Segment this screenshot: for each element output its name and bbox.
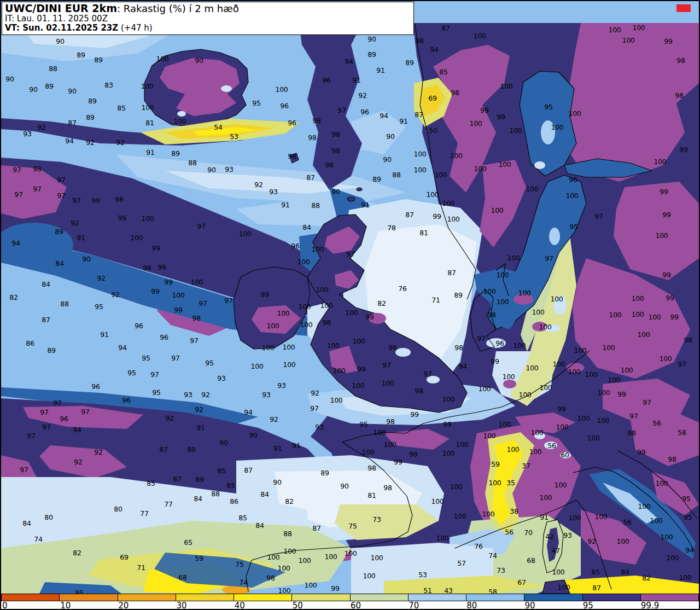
valid-time-bold: VT: Sun. 02.11.2025 23Z <box>5 23 118 33</box>
red-marker-badge <box>676 4 691 12</box>
colorbar-segment <box>641 594 698 601</box>
colorbar-tick-label: 0 <box>2 601 8 610</box>
colorbar-segment <box>524 594 582 601</box>
init-time: IT: Lau. 01. 11. 2025 00Z <box>5 14 411 24</box>
valid-time: VT: Sun. 02.11.2025 23Z (+47 h) <box>5 24 411 33</box>
lead-time: (+47 h) <box>118 23 152 33</box>
colorbar-tick-label: 60 <box>351 601 361 610</box>
colorbar-segment <box>234 594 292 601</box>
map-title: UWC/DINI EUR 2km: Rakastig (%) í 2 m hæð <box>5 3 411 14</box>
model-name: UWC/DINI EUR 2km <box>5 2 117 14</box>
colorbar-segment <box>292 594 350 601</box>
colorbar-segment <box>409 594 466 601</box>
weather-map-canvas <box>1 1 699 594</box>
map-area: 1009090898988909089908389858987929394929… <box>1 1 699 594</box>
legend-colorbar <box>1 594 699 601</box>
colorbar-segment <box>583 594 641 601</box>
colorbar-tick-label: 10 <box>60 601 71 610</box>
colorbar-tick-label: 20 <box>118 601 129 610</box>
colorbar-segment <box>60 594 118 601</box>
variable-name: : Rakastig (%) í 2 m hæð <box>117 3 239 14</box>
colorbar-tick-label: 99.9 <box>641 601 659 610</box>
colorbar-tick-label: 95 <box>583 601 593 610</box>
colorbar-segment <box>351 594 409 601</box>
colorbar-tick-label: 90 <box>525 601 535 610</box>
colorbar-tick-label: 40 <box>235 601 245 610</box>
legend-tick-labels: 01020304050607080909599.9 <box>1 601 698 609</box>
colorbar-tick-label: 70 <box>409 601 419 610</box>
colorbar-tick-label: 30 <box>177 601 187 610</box>
color-legend: 01020304050607080909599.9 <box>1 594 699 609</box>
colorbar-segment <box>466 594 524 601</box>
title-box: UWC/DINI EUR 2km: Rakastig (%) í 2 m hæð… <box>2 2 414 35</box>
colorbar-segment <box>2 594 60 601</box>
colorbar-tick-label: 80 <box>466 601 477 610</box>
weather-map-window: 1009090898988909089908389858987929394929… <box>0 0 700 610</box>
colorbar-segment <box>176 594 234 601</box>
colorbar-segment <box>118 594 176 601</box>
colorbar-tick-label: 50 <box>293 601 303 610</box>
